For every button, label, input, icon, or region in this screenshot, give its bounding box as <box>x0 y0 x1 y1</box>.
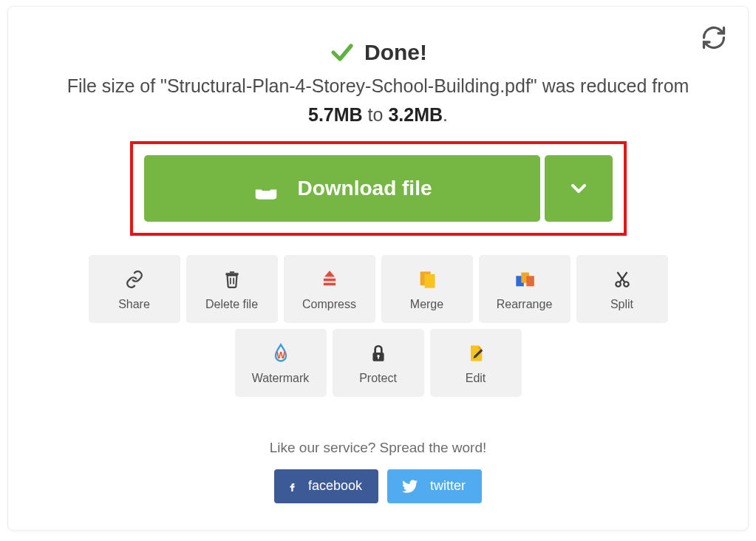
lock-icon <box>369 342 388 364</box>
status-from-size: 5.7MB <box>308 104 363 125</box>
svg-point-14 <box>624 282 629 287</box>
merge-button[interactable]: Merge <box>381 255 473 323</box>
watermark-label: Watermark <box>252 372 310 385</box>
status-mid2: to <box>363 104 389 125</box>
spread-text: Like our service? Spread the word! <box>23 440 733 456</box>
refresh-button[interactable] <box>701 24 730 54</box>
chevron-down-icon <box>567 177 590 200</box>
delete-button[interactable]: Delete file <box>186 255 278 323</box>
compress-button[interactable]: Compress <box>284 255 375 323</box>
svg-rect-2 <box>229 271 234 273</box>
trash-icon <box>222 268 242 290</box>
edit-label: Edit <box>466 372 486 385</box>
result-card: Done! File size of "Structural-Plan-4-St… <box>7 6 749 531</box>
svg-text:W: W <box>276 350 285 361</box>
watermark-button[interactable]: W Watermark <box>235 329 327 397</box>
status-prefix: File size of " <box>67 75 167 96</box>
compress-label: Compress <box>302 298 356 311</box>
facebook-icon <box>287 477 298 496</box>
status-mid1: " was reduced from <box>531 75 689 96</box>
svg-marker-5 <box>324 270 335 276</box>
download-icon <box>252 174 280 203</box>
svg-rect-9 <box>424 274 435 288</box>
rearrange-icon <box>514 269 536 290</box>
rearrange-button[interactable]: Rearrange <box>479 255 571 323</box>
share-button[interactable]: Share <box>89 255 180 323</box>
spread-section: Like our service? Spread the word! faceb… <box>23 440 733 503</box>
svg-rect-6 <box>323 278 335 281</box>
done-label: Done! <box>364 40 427 65</box>
edit-icon <box>466 342 486 364</box>
status-to-size: 3.2MB <box>388 104 443 125</box>
twitter-button[interactable]: twitter <box>387 469 482 503</box>
twitter-label: twitter <box>430 478 466 494</box>
status-message: File size of "Structural-Plan-4-Storey-S… <box>23 72 733 129</box>
twitter-icon <box>401 478 420 494</box>
download-button[interactable]: Download file <box>144 155 540 222</box>
status-filename: Structural-Plan-4-Storey-School-Building… <box>167 75 531 96</box>
watermark-icon: W <box>270 342 291 364</box>
download-highlight-frame: Download file <box>130 141 627 236</box>
svg-point-13 <box>616 282 621 287</box>
facebook-label: facebook <box>308 478 362 494</box>
rearrange-label: Rearrange <box>497 298 553 311</box>
split-button[interactable]: Split <box>576 255 668 323</box>
svg-rect-12 <box>526 276 534 286</box>
refresh-icon <box>701 24 727 51</box>
actions-grid: Share Delete file <box>42 255 715 397</box>
done-row: Done! <box>23 39 733 66</box>
svg-rect-7 <box>323 282 335 285</box>
status-suffix: . <box>443 104 448 125</box>
merge-icon <box>417 268 437 290</box>
share-label: Share <box>118 298 150 311</box>
split-label: Split <box>610 298 633 311</box>
edit-button[interactable]: Edit <box>430 329 522 397</box>
download-label: Download file <box>298 177 432 200</box>
merge-label: Merge <box>410 298 443 311</box>
check-icon <box>329 39 355 66</box>
link-icon <box>125 270 144 289</box>
svg-rect-1 <box>225 273 238 275</box>
svg-rect-20 <box>378 356 379 358</box>
protect-label: Protect <box>359 372 397 385</box>
download-options-button[interactable] <box>545 155 613 222</box>
scissors-icon <box>613 268 632 290</box>
protect-button[interactable]: Protect <box>333 329 424 397</box>
compress-icon <box>319 268 340 290</box>
facebook-button[interactable]: facebook <box>274 469 378 503</box>
delete-label: Delete file <box>205 298 258 311</box>
social-buttons: facebook twitter <box>23 469 733 503</box>
